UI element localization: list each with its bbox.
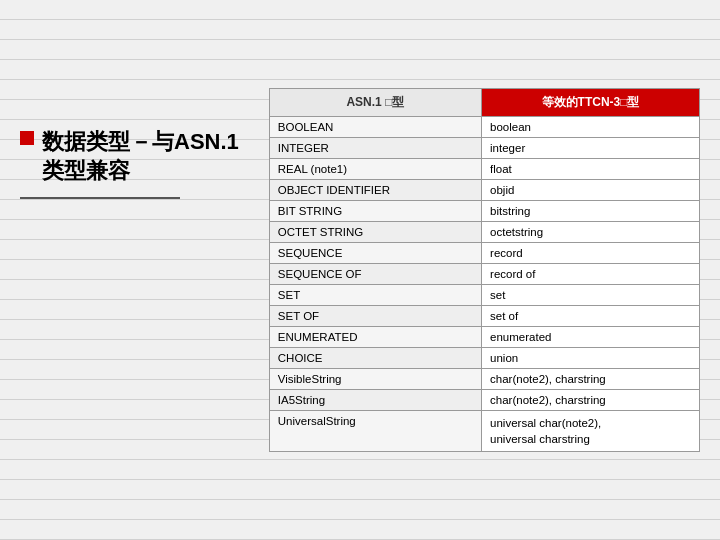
asn-cell: SET OF <box>269 305 481 326</box>
table-row: BOOLEANboolean <box>269 116 699 137</box>
ttcn-cell: record of <box>482 263 700 284</box>
bottom-divider <box>20 197 180 199</box>
ttcn-cell: union <box>482 347 700 368</box>
table-row: REAL (note1)float <box>269 158 699 179</box>
ttcn-cell: record <box>482 242 700 263</box>
asn-cell: VisibleString <box>269 368 481 389</box>
ttcn-cell: octetstring <box>482 221 700 242</box>
table-row: CHOICEunion <box>269 347 699 368</box>
table-row: UniversalStringuniversal char(note2),uni… <box>269 410 699 451</box>
asn-cell: BIT STRING <box>269 200 481 221</box>
asn-cell: OBJECT IDENTIFIER <box>269 179 481 200</box>
section-title: 数据类型－与ASN.1 类型兼容 <box>42 128 239 185</box>
asn-cell: INTEGER <box>269 137 481 158</box>
ttcn-cell: integer <box>482 137 700 158</box>
left-section: 数据类型－与ASN.1 类型兼容 <box>20 88 239 199</box>
table-row: SEQUENCErecord <box>269 242 699 263</box>
table-row: OCTET STRINGoctetstring <box>269 221 699 242</box>
title-line2: 类型兼容 <box>42 158 130 183</box>
ttcn-cell: set of <box>482 305 700 326</box>
table-row: SET OFset of <box>269 305 699 326</box>
compatibility-table: ASN.1 □型 等效的TTCN-3□型 BOOLEANbooleanINTEG… <box>269 88 700 452</box>
table-row: VisibleStringchar(note2), charstring <box>269 368 699 389</box>
ttcn-cell: char(note2), charstring <box>482 389 700 410</box>
table-section: ASN.1 □型 等效的TTCN-3□型 BOOLEANbooleanINTEG… <box>269 88 700 452</box>
table-row: BIT STRINGbitstring <box>269 200 699 221</box>
ttcn-cell: set <box>482 284 700 305</box>
asn-cell: OCTET STRING <box>269 221 481 242</box>
asn-cell: SEQUENCE <box>269 242 481 263</box>
asn-cell: SEQUENCE OF <box>269 263 481 284</box>
ttcn-cell: float <box>482 158 700 179</box>
table-row: SETset <box>269 284 699 305</box>
header-asn: ASN.1 □型 <box>269 88 481 116</box>
asn-cell: IA5String <box>269 389 481 410</box>
main-container: 数据类型－与ASN.1 类型兼容 ASN.1 □型 等效的TTCN-3□型 BO… <box>0 0 720 540</box>
title-line1: 数据类型－与ASN.1 <box>42 129 239 154</box>
ttcn-cell: boolean <box>482 116 700 137</box>
asn-cell: SET <box>269 284 481 305</box>
table-row: IA5Stringchar(note2), charstring <box>269 389 699 410</box>
ttcn-cell: enumerated <box>482 326 700 347</box>
bullet-icon <box>20 131 34 145</box>
ttcn-cell: universal char(note2),universal charstri… <box>482 410 700 451</box>
bullet-point: 数据类型－与ASN.1 类型兼容 <box>20 128 239 185</box>
content-wrapper: 数据类型－与ASN.1 类型兼容 ASN.1 □型 等效的TTCN-3□型 BO… <box>20 88 700 452</box>
table-row: OBJECT IDENTIFIERobjid <box>269 179 699 200</box>
asn-cell: CHOICE <box>269 347 481 368</box>
ttcn-cell: objid <box>482 179 700 200</box>
header-ttcn: 等效的TTCN-3□型 <box>482 88 700 116</box>
asn-cell: REAL (note1) <box>269 158 481 179</box>
asn-cell: UniversalString <box>269 410 481 451</box>
table-row: ENUMERATEDenumerated <box>269 326 699 347</box>
asn-cell: ENUMERATED <box>269 326 481 347</box>
table-header-row: ASN.1 □型 等效的TTCN-3□型 <box>269 88 699 116</box>
ttcn-cell: char(note2), charstring <box>482 368 700 389</box>
asn-cell: BOOLEAN <box>269 116 481 137</box>
table-row: INTEGERinteger <box>269 137 699 158</box>
table-row: SEQUENCE OFrecord of <box>269 263 699 284</box>
ttcn-cell: bitstring <box>482 200 700 221</box>
